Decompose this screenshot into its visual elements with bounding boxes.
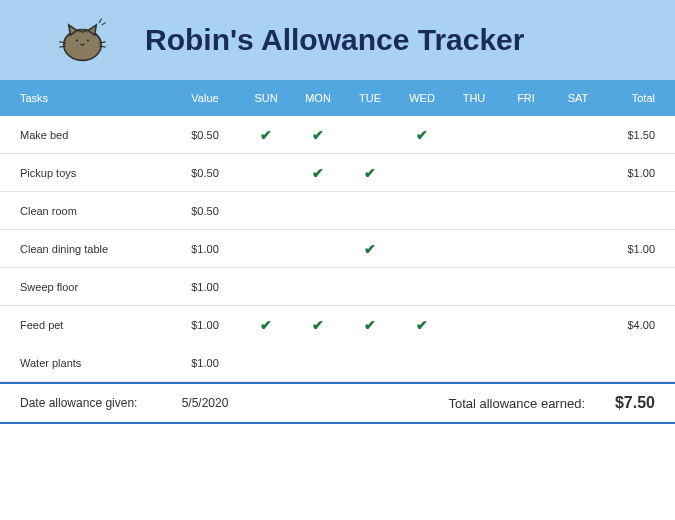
table-row: Feed pet$1.00✔✔✔✔$4.00 <box>0 306 675 344</box>
cat-icon <box>55 13 110 68</box>
task-value: $0.50 <box>170 129 240 141</box>
task-name: Pickup toys <box>0 167 170 179</box>
check-icon: ✔ <box>312 127 324 143</box>
task-name: Sweep floor <box>0 281 170 293</box>
table-row: Sweep floor$1.00 <box>0 268 675 306</box>
date-label: Date allowance given: <box>0 396 170 410</box>
col-sat: SAT <box>552 92 604 104</box>
day-cell[interactable]: ✔ <box>396 317 448 333</box>
day-cell[interactable]: ✔ <box>292 165 344 181</box>
check-icon: ✔ <box>416 317 428 333</box>
check-icon: ✔ <box>416 127 428 143</box>
check-icon: ✔ <box>260 127 272 143</box>
col-thu: THU <box>448 92 500 104</box>
col-sun: SUN <box>240 92 292 104</box>
task-value: $0.50 <box>170 205 240 217</box>
col-tasks: Tasks <box>0 92 170 104</box>
svg-line-7 <box>99 18 102 22</box>
col-total: Total <box>604 92 675 104</box>
task-value: $1.00 <box>170 319 240 331</box>
col-value: Value <box>170 92 240 104</box>
table-row: Water plants$1.00 <box>0 344 675 382</box>
table-header: Tasks Value SUN MON TUE WED THU FRI SAT … <box>0 80 675 116</box>
day-cell[interactable]: ✔ <box>240 127 292 143</box>
check-icon: ✔ <box>364 165 376 181</box>
footer-row: Date allowance given: 5/5/2020 Total all… <box>0 382 675 424</box>
task-name: Water plants <box>0 357 170 369</box>
svg-point-1 <box>76 39 78 41</box>
table-row: Pickup toys$0.50✔✔$1.00 <box>0 154 675 192</box>
day-cell[interactable]: ✔ <box>344 241 396 257</box>
table-row: Clean room$0.50 <box>0 192 675 230</box>
check-icon: ✔ <box>260 317 272 333</box>
col-tue: TUE <box>344 92 396 104</box>
table-row: Clean dining table$1.00✔$1.00 <box>0 230 675 268</box>
total-label: Total allowance earned: <box>448 396 585 411</box>
col-mon: MON <box>292 92 344 104</box>
row-total: $1.00 <box>604 167 675 179</box>
task-value: $1.00 <box>170 357 240 369</box>
task-name: Clean dining table <box>0 243 170 255</box>
check-icon: ✔ <box>364 241 376 257</box>
task-value: $1.00 <box>170 243 240 255</box>
task-value: $1.00 <box>170 281 240 293</box>
day-cell[interactable]: ✔ <box>344 165 396 181</box>
day-cell[interactable]: ✔ <box>292 317 344 333</box>
day-cell[interactable]: ✔ <box>292 127 344 143</box>
row-total: $1.50 <box>604 129 675 141</box>
col-fri: FRI <box>500 92 552 104</box>
col-wed: WED <box>396 92 448 104</box>
svg-line-8 <box>102 22 106 25</box>
total-value: $7.50 <box>585 394 675 412</box>
day-cell[interactable]: ✔ <box>396 127 448 143</box>
check-icon: ✔ <box>312 317 324 333</box>
row-total: $1.00 <box>604 243 675 255</box>
table-row: Make bed$0.50✔✔✔$1.50 <box>0 116 675 154</box>
date-value: 5/5/2020 <box>170 396 240 410</box>
check-icon: ✔ <box>364 317 376 333</box>
check-icon: ✔ <box>312 165 324 181</box>
task-value: $0.50 <box>170 167 240 179</box>
day-cell[interactable]: ✔ <box>240 317 292 333</box>
header: Robin's Allowance Tracker <box>0 0 675 80</box>
task-name: Clean room <box>0 205 170 217</box>
task-name: Feed pet <box>0 319 170 331</box>
page-title: Robin's Allowance Tracker <box>145 23 524 57</box>
task-name: Make bed <box>0 129 170 141</box>
row-total: $4.00 <box>604 319 675 331</box>
svg-point-2 <box>87 39 89 41</box>
day-cell[interactable]: ✔ <box>344 317 396 333</box>
table-body: Make bed$0.50✔✔✔$1.50Pickup toys$0.50✔✔$… <box>0 116 675 382</box>
